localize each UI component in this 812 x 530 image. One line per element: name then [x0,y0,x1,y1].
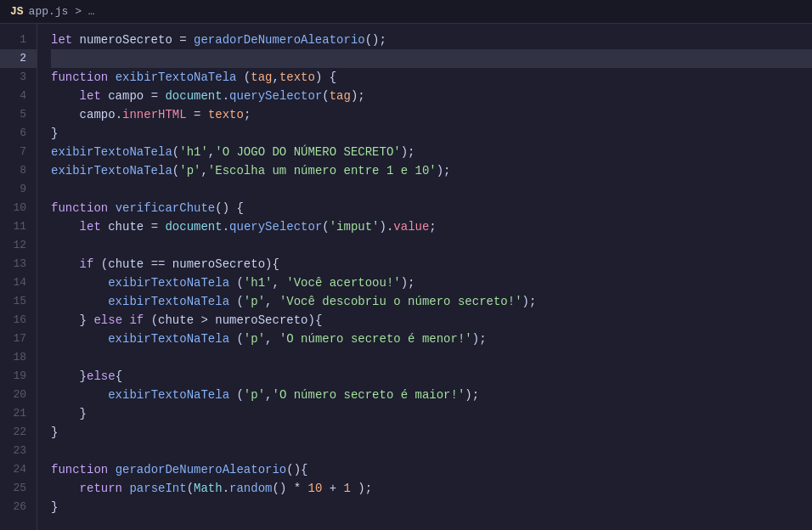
token-plain: ); [401,273,415,292]
token-kw: let [80,87,109,105]
code-line: let campo = document.querySelector(tag); [51,87,812,105]
token-plain: } [51,498,58,516]
token-plain: ( [229,330,244,348]
code-line: } [51,423,812,442]
token-kw: let [51,31,80,49]
token-num: 10 [308,479,323,498]
line-number: 3 [0,68,37,87]
token-plain: ( [172,143,179,161]
line-number: 6 [0,124,37,143]
token-var-name: chute [108,217,144,236]
token-kw: return [80,479,130,498]
line-numbers: 1234567891011121314151617181920212223242… [0,24,37,530]
code-line: function geradorDeNumeroAleatorio(){ [51,460,812,479]
code-line: } [51,404,812,423]
token-plain: ; [244,105,251,124]
token-var-name: chute [108,255,144,273]
token-plain: { [116,367,122,386]
token-fn: querySelector [229,217,322,236]
line-number: 12 [0,236,37,255]
token-plain: == [144,255,172,273]
token-plain: (); [365,31,386,49]
token-plain: . [223,479,229,498]
token-plain: ( [322,217,329,236]
token-plain: ); [437,161,451,180]
token-fn: parseInt [129,479,186,498]
line-number: 21 [0,404,37,423]
token-str: 'p' [179,161,200,180]
code-line: exibirTextoNaTela('h1','O JOGO DO NÚMERO… [51,143,812,161]
token-str: 'p' [244,292,265,311]
code-line [51,236,812,255]
token-plain [51,87,80,105]
token-plain: () * [272,479,307,498]
code-line: exibirTextoNaTela ('h1', 'Você acertoou!… [51,273,812,292]
token-prop: value [393,217,429,236]
token-plain: , [200,161,207,180]
code-line: exibirTextoNaTela ('p', 'Você descobriu … [51,292,812,311]
code-line: return parseInt(Math.random() * 10 + 1 )… [51,479,812,498]
token-plain: ). [380,217,394,236]
token-plain [51,255,80,273]
token-plain: ( [187,479,194,498]
token-plain: ( [236,68,251,87]
token-str: 'Escolha um número entre 1 e 10' [208,161,437,180]
token-kw: if [80,255,101,273]
token-plain: = [144,217,165,236]
token-plain: , [272,273,286,292]
token-kw: function [51,199,116,217]
token-plain: ( [172,161,179,180]
line-number: 20 [0,386,37,404]
token-plain: ){ [308,311,323,330]
line-number: 14 [0,273,37,292]
token-plain: , [265,292,279,311]
token-num: 1 [344,479,351,498]
token-plain: } [51,367,87,386]
code-line: campo.innerHTML = texto; [51,105,812,124]
token-method: document [165,87,222,105]
code-line: } [51,124,812,143]
line-number: 9 [0,180,37,199]
token-plain: } [51,124,58,143]
token-plain: . [223,217,229,236]
token-plain: ); [465,386,479,404]
token-kw: function [51,460,116,479]
token-plain [51,273,108,292]
code-line: let chute = document.querySelector('impu… [51,217,812,236]
code-line: }else{ [51,367,812,386]
token-plain: = [172,31,194,49]
token-kw: else [87,367,116,386]
line-number: 11 [0,217,37,236]
line-number: 25 [0,479,37,498]
line-number: 17 [0,330,37,348]
token-plain: } [51,423,58,442]
token-plain [51,479,80,498]
token-fn: exibirTextoNaTela [51,143,172,161]
line-number: 2 [0,49,37,68]
line-number: 19 [0,367,37,386]
token-param: texto [208,105,244,124]
line-number: 4 [0,87,37,105]
code-line: function exibirTextoNaTela (tag,texto) { [51,68,812,87]
token-str: 'p' [244,330,265,348]
token-plain: . [116,105,122,124]
token-var-name: campo [80,105,116,124]
line-number: 24 [0,460,37,479]
token-method: document [165,217,222,236]
code-line: function verificarChute() { [51,199,812,217]
token-var-name: numeroSecreto [80,31,172,49]
title-bar: JS app.js > … [0,0,812,24]
token-plain: , [265,330,279,348]
token-plain [51,292,108,311]
code-line [51,180,812,199]
token-str: 'O número secreto é maior!' [272,386,465,404]
code-line: } [51,498,812,516]
code-content[interactable]: let numeroSecreto = geradorDeNumeroAleat… [37,24,812,530]
line-number: 22 [0,423,37,442]
token-fn: geradorDeNumeroAleatorio [116,460,287,479]
token-plain: ( [229,292,244,311]
token-fn: exibirTextoNaTela [51,161,172,180]
token-plain: ){ [265,255,279,273]
token-plain: , [208,143,215,161]
code-line [51,442,812,460]
